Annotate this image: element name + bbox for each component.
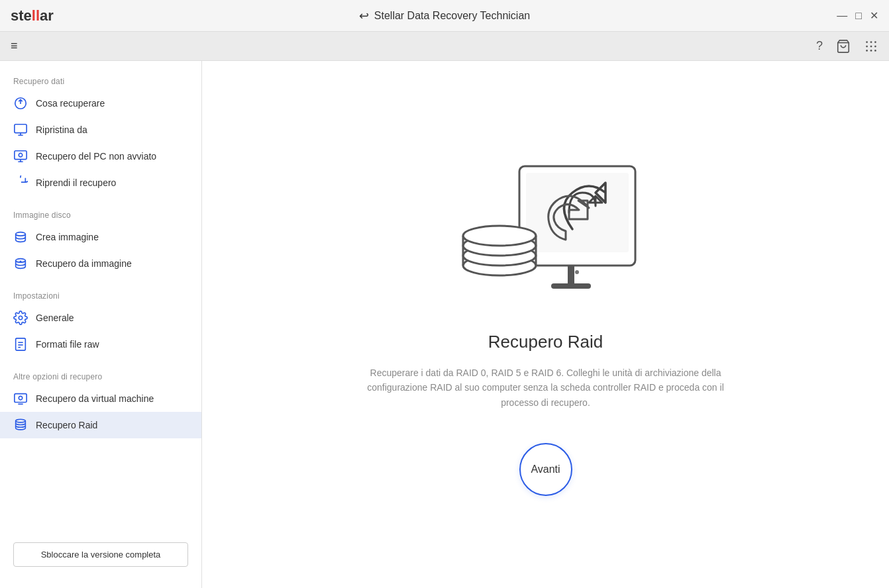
crea-immagine-label: Crea immagine (36, 232, 99, 242)
disk-recovery-icon (13, 256, 28, 271)
back-arrow-icon: ↩ (359, 9, 369, 23)
svg-rect-26 (568, 266, 574, 285)
sidebar-item-formati-file-raw[interactable]: Formati file raw (0, 331, 201, 358)
title-bar: stellar ↩ Stellar Data Recovery Technici… (0, 0, 889, 32)
file-raw-icon (13, 337, 28, 352)
svg-point-28 (575, 270, 579, 274)
divider3 (0, 358, 201, 367)
recupero-da-immagine-label: Recupero da immagine (36, 258, 132, 269)
svg-rect-11 (15, 124, 26, 133)
divider2 (0, 277, 201, 286)
raid-icon (13, 418, 28, 432)
riprendi-recupero-label: Riprendi il recupero (36, 177, 116, 188)
sidebar-footer: Sbloccare la versione completa (0, 532, 201, 577)
formati-file-raw-label: Formati file raw (36, 339, 99, 350)
recupero-pc-label: Recupero del PC non avviato (36, 151, 156, 162)
section-impostazioni-label: Impostazioni (0, 286, 201, 305)
logo: stellar (11, 7, 54, 24)
svg-point-3 (874, 41, 876, 43)
refresh-check-icon (13, 175, 28, 190)
app-title: Stellar Data Recovery Technician (374, 10, 530, 22)
ripristina-da-label: Ripristina da (36, 124, 87, 135)
raid-illustration (440, 153, 652, 312)
toolbar: ≡ ? (0, 32, 889, 61)
svg-point-6 (874, 45, 876, 47)
section-recupero-dati-label: Recupero dati (0, 72, 201, 90)
section-altre-opzioni-label: Altre opzioni di recupero (0, 367, 201, 385)
svg-point-23 (16, 419, 26, 422)
sidebar-item-riprendi-recupero[interactable]: Riprendi il recupero (0, 170, 201, 196)
svg-point-13 (19, 153, 23, 157)
svg-point-16 (19, 316, 23, 320)
sidebar-item-ripristina-da[interactable]: Ripristina da (0, 117, 201, 143)
sidebar-item-cosa-recuperare[interactable]: Cosa recuperare (0, 90, 201, 117)
sidebar-item-recupero-raid[interactable]: Recupero Raid (0, 412, 201, 438)
svg-point-7 (866, 50, 868, 52)
sidebar-item-recupero-virtual-machine[interactable]: Recupero da virtual machine (0, 385, 201, 412)
toolbar-right: ? (816, 39, 878, 54)
disk-create-icon (13, 230, 28, 244)
title-bar-left: stellar (11, 7, 54, 24)
monitor-search-icon (13, 149, 28, 164)
svg-point-22 (19, 396, 23, 400)
hamburger-menu-icon[interactable]: ≡ (11, 39, 18, 53)
close-button[interactable]: ✕ (870, 11, 878, 21)
cart-icon[interactable] (836, 39, 851, 54)
minimize-button[interactable]: — (837, 11, 847, 21)
maximize-button[interactable]: □ (855, 11, 862, 21)
divider1 (0, 196, 201, 205)
content-description: Recuperare i dati da RAID 0, RAID 5 e RA… (354, 366, 738, 410)
recupero-virtual-machine-label: Recupero da virtual machine (36, 393, 154, 404)
sidebar-item-crea-immagine[interactable]: Crea immagine (0, 224, 201, 250)
svg-rect-27 (551, 283, 591, 289)
content-title: Recupero Raid (488, 332, 603, 352)
svg-rect-21 (15, 394, 26, 403)
svg-point-32 (463, 226, 536, 246)
svg-point-5 (870, 45, 872, 47)
sidebar: Recupero dati Cosa recuperare Ripristina… (0, 61, 202, 588)
sidebar-item-recupero-da-immagine[interactable]: Recupero da immagine (0, 250, 201, 277)
vm-icon (13, 391, 28, 406)
title-bar-right: — □ ✕ (837, 11, 878, 21)
unlock-full-version-button[interactable]: Sbloccare la versione completa (13, 542, 188, 567)
svg-point-8 (870, 50, 872, 52)
avanti-button[interactable]: Avanti (519, 443, 572, 496)
cosa-recuperare-label: Cosa recuperare (36, 98, 105, 109)
svg-point-14 (16, 232, 26, 236)
window-controls: — □ ✕ (837, 11, 878, 21)
refresh-circle-icon (13, 96, 28, 111)
recupero-raid-label: Recupero Raid (36, 420, 97, 430)
gear-icon (13, 311, 28, 325)
svg-point-2 (870, 41, 872, 43)
main-layout: Recupero dati Cosa recuperare Ripristina… (0, 61, 889, 588)
title-bar-center: ↩ Stellar Data Recovery Technician (359, 9, 530, 23)
section-immagine-disco-label: Immagine disco (0, 205, 201, 224)
svg-rect-12 (15, 151, 26, 160)
svg-point-4 (866, 45, 868, 47)
svg-point-9 (874, 50, 876, 52)
content-area: Recupero Raid Recuperare i dati da RAID … (202, 61, 889, 588)
monitor-icon (13, 122, 28, 137)
sidebar-item-generale[interactable]: Generale (0, 305, 201, 331)
generale-label: Generale (36, 313, 74, 323)
grid-icon[interactable] (864, 39, 878, 54)
svg-rect-17 (16, 338, 26, 350)
svg-point-1 (866, 41, 868, 43)
help-icon[interactable]: ? (816, 39, 823, 53)
svg-rect-25 (526, 173, 629, 252)
sidebar-item-recupero-pc[interactable]: Recupero del PC non avviato (0, 143, 201, 170)
